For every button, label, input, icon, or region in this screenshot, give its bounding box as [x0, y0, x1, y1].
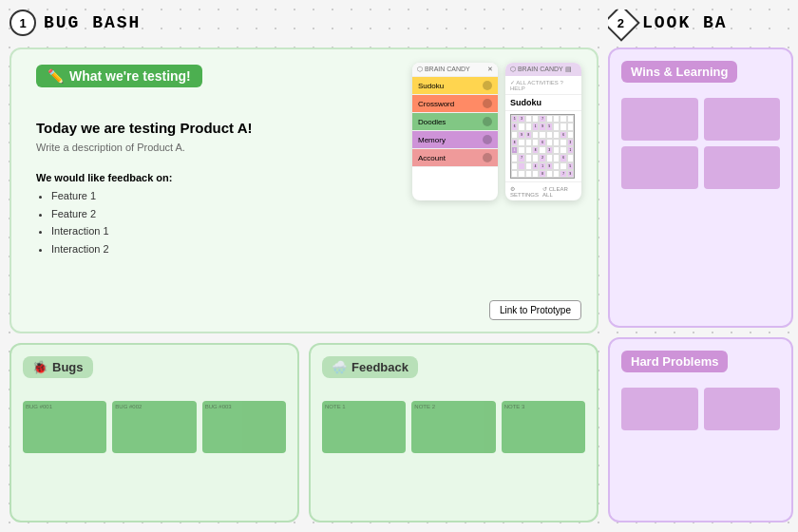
hard-sticky-1 [621, 388, 698, 430]
feature-1: Feature 1 [51, 187, 253, 205]
feedback-sticky-notes: NOTE 1 NOTE 2 NOTE 3 [322, 401, 585, 453]
bottom-cards-row: 🐞 Bugs BUG #001 BUG #002 BUG #003 [10, 343, 598, 522]
left-panel: 1 BUG BASH ✏️ What we're testing! Today … [10, 10, 598, 522]
features-list: Feature 1 Feature 2 Interaction 1 Intera… [36, 187, 253, 258]
interaction-1: Interaction 1 [51, 222, 253, 240]
win-sticky-2 [704, 98, 781, 141]
filter-bar: ✓ ALL ACTIVITIES ? HELP [505, 76, 581, 95]
detail-footer: ⚙ SETTINGS ↺ CLEAR ALL [505, 181, 581, 200]
bug-icon: 🐞 [32, 360, 48, 374]
app-list-header: ⬡ BRAIN CANDY ✕ [412, 63, 498, 77]
hard-sticky-2 [704, 388, 781, 430]
wins-learning-card: Wins & Learning [608, 48, 793, 328]
hard-problems-label: Hard Problems [621, 351, 728, 372]
hard-problems-stickies [621, 388, 780, 430]
win-sticky-3 [621, 146, 698, 189]
feedback-label: 🌨️ Feedback [322, 356, 418, 378]
feature-2: Feature 2 [51, 205, 253, 223]
app-item-doodles: Doodles [412, 113, 498, 131]
section-title-look-back: LOOK BA [642, 13, 728, 32]
app-mockups: ⬡ BRAIN CANDY ✕ Sudoku Crossword Doo [412, 63, 581, 200]
check-icon [483, 153, 492, 162]
testing-product-title: Today we are testing Product A! [36, 120, 253, 136]
bug-sticky-1: BUG #001 [23, 401, 106, 453]
interaction-2: Interaction 2 [51, 240, 253, 258]
sudoku-title: Sudoku [505, 95, 581, 111]
pencil-icon: ✏️ [48, 68, 64, 84]
feedback-card: 🌨️ Feedback NOTE 1 NOTE 2 NOTE 3 [309, 343, 598, 522]
feedback-header: We would like feedback on: [36, 172, 253, 183]
bug-sticky-3: BUG #003 [202, 401, 286, 453]
check-icon [483, 99, 492, 108]
feedback-sticky-3: NOTE 3 [502, 401, 585, 453]
wins-learning-label: Wins & Learning [621, 61, 737, 83]
section-number-1: 1 [10, 10, 36, 36]
section-title-bug-bash: BUG BASH [44, 13, 141, 32]
wins-sticky-grid [621, 98, 780, 189]
win-sticky-4 [704, 146, 781, 189]
win-sticky-1 [621, 98, 698, 141]
app-detail-mockup: ⬡ BRAIN CANDY ▤ ✓ ALL ACTIVITIES ? HELP … [505, 63, 581, 200]
app-item-memory: Memory [412, 131, 498, 149]
bugs-card: 🐞 Bugs BUG #001 BUG #002 BUG #003 [10, 343, 299, 522]
hard-problems-card: Hard Problems [608, 337, 793, 522]
feedback-sticky-2: NOTE 2 [411, 401, 495, 453]
right-panel: 2 LOOK BA Wins & Learning Hard Problems [608, 10, 793, 522]
check-icon [483, 117, 492, 126]
app-item-sudoku: Sudoku [412, 77, 498, 95]
app-item-crossword: Crossword [412, 95, 498, 113]
sudoku-grid: 5 3 7 6 1 [510, 114, 575, 179]
check-icon [483, 135, 492, 144]
check-icon [483, 81, 492, 90]
feedback-sticky-1: NOTE 1 [322, 401, 406, 453]
testing-label: ✏️ What we're testing! [36, 65, 202, 87]
app-list-mockup: ⬡ BRAIN CANDY ✕ Sudoku Crossword Doo [412, 63, 498, 200]
what-were-testing-card: ✏️ What we're testing! Today we are test… [10, 48, 598, 333]
section-number-2: 2 [608, 10, 640, 42]
app-item-account: Account [412, 149, 498, 167]
cloud-icon: 🌨️ [332, 360, 347, 374]
detail-header: ⬡ BRAIN CANDY ▤ [505, 63, 581, 76]
look-back-header: 2 LOOK BA [608, 10, 793, 36]
bugs-label: 🐞 Bugs [23, 356, 93, 378]
testing-info: ✏️ What we're testing! Today we are test… [27, 65, 253, 258]
bugs-sticky-notes: BUG #001 BUG #002 BUG #003 [23, 401, 286, 453]
prototype-link-button[interactable]: Link to Prototype [489, 300, 581, 320]
bug-bash-header: 1 BUG BASH [10, 10, 598, 36]
testing-desc: Write a description of Product A. [36, 142, 253, 153]
bug-sticky-2: BUG #002 [112, 401, 196, 453]
